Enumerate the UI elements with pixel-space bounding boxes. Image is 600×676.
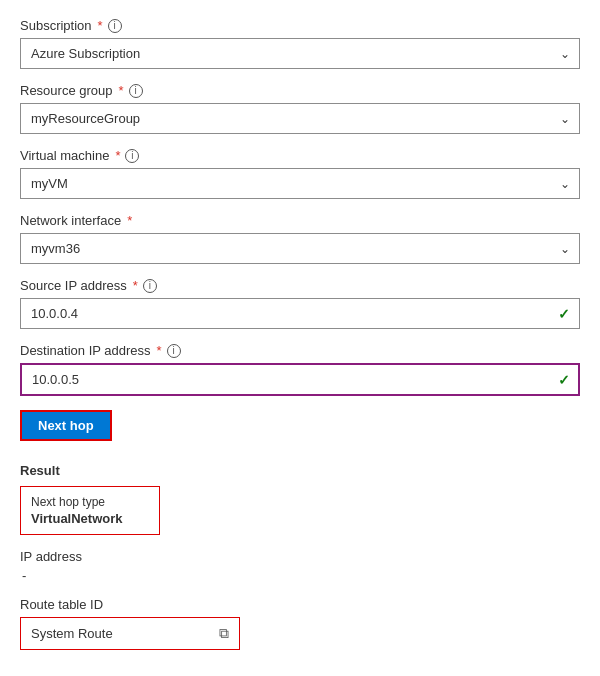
resource-group-select-wrapper: myResourceGroup ⌄ bbox=[20, 103, 580, 134]
route-table-section: Route table ID System Route ⧉ bbox=[20, 597, 580, 650]
virtual-machine-required: * bbox=[115, 148, 120, 163]
ip-address-label: IP address bbox=[20, 549, 580, 564]
destination-ip-label: Destination IP address * i bbox=[20, 343, 580, 358]
source-ip-group: Source IP address * i ✓ bbox=[20, 278, 580, 329]
route-table-value: System Route bbox=[31, 626, 113, 641]
network-interface-group: Network interface * myvm36 ⌄ bbox=[20, 213, 580, 264]
source-ip-info-icon[interactable]: i bbox=[143, 279, 157, 293]
next-hop-type-label: Next hop type bbox=[31, 495, 149, 509]
subscription-label-text: Subscription bbox=[20, 18, 92, 33]
resource-group-info-icon[interactable]: i bbox=[129, 84, 143, 98]
virtual-machine-label: Virtual machine * i bbox=[20, 148, 580, 163]
resource-group-required: * bbox=[119, 83, 124, 98]
subscription-info-icon[interactable]: i bbox=[108, 19, 122, 33]
virtual-machine-group: Virtual machine * i myVM ⌄ bbox=[20, 148, 580, 199]
network-interface-required: * bbox=[127, 213, 132, 228]
destination-ip-label-text: Destination IP address bbox=[20, 343, 151, 358]
subscription-label: Subscription * i bbox=[20, 18, 580, 33]
virtual-machine-info-icon[interactable]: i bbox=[125, 149, 139, 163]
resource-group-group: Resource group * i myResourceGroup ⌄ bbox=[20, 83, 580, 134]
source-ip-input-wrapper: ✓ bbox=[20, 298, 580, 329]
result-section: Result Next hop type VirtualNetwork IP a… bbox=[20, 463, 580, 650]
resource-group-label-text: Resource group bbox=[20, 83, 113, 98]
source-ip-check-icon: ✓ bbox=[558, 306, 570, 322]
ip-address-value: - bbox=[20, 568, 580, 583]
destination-ip-input-wrapper: ✓ bbox=[20, 363, 580, 396]
ip-address-section: IP address - bbox=[20, 549, 580, 583]
subscription-select[interactable]: Azure Subscription bbox=[20, 38, 580, 69]
virtual-machine-select[interactable]: myVM bbox=[20, 168, 580, 199]
subscription-group: Subscription * i Azure Subscription ⌄ bbox=[20, 18, 580, 69]
destination-ip-group: Destination IP address * i ✓ bbox=[20, 343, 580, 396]
subscription-required: * bbox=[98, 18, 103, 33]
resource-group-select[interactable]: myResourceGroup bbox=[20, 103, 580, 134]
destination-ip-input[interactable] bbox=[20, 363, 580, 396]
destination-ip-info-icon[interactable]: i bbox=[167, 344, 181, 358]
network-interface-select[interactable]: myvm36 bbox=[20, 233, 580, 264]
source-ip-required: * bbox=[133, 278, 138, 293]
destination-ip-check-icon: ✓ bbox=[558, 372, 570, 388]
next-hop-button[interactable]: Next hop bbox=[20, 410, 112, 441]
next-hop-type-box: Next hop type VirtualNetwork bbox=[20, 486, 160, 535]
network-interface-label: Network interface * bbox=[20, 213, 580, 228]
next-hop-type-value: VirtualNetwork bbox=[31, 511, 149, 526]
source-ip-label: Source IP address * i bbox=[20, 278, 580, 293]
network-interface-label-text: Network interface bbox=[20, 213, 121, 228]
route-table-box: System Route ⧉ bbox=[20, 617, 240, 650]
network-interface-select-wrapper: myvm36 ⌄ bbox=[20, 233, 580, 264]
destination-ip-required: * bbox=[157, 343, 162, 358]
copy-icon[interactable]: ⧉ bbox=[219, 625, 229, 642]
source-ip-label-text: Source IP address bbox=[20, 278, 127, 293]
route-table-label: Route table ID bbox=[20, 597, 580, 612]
source-ip-input[interactable] bbox=[20, 298, 580, 329]
virtual-machine-label-text: Virtual machine bbox=[20, 148, 109, 163]
result-title: Result bbox=[20, 463, 580, 478]
subscription-select-wrapper: Azure Subscription ⌄ bbox=[20, 38, 580, 69]
resource-group-label: Resource group * i bbox=[20, 83, 580, 98]
virtual-machine-select-wrapper: myVM ⌄ bbox=[20, 168, 580, 199]
